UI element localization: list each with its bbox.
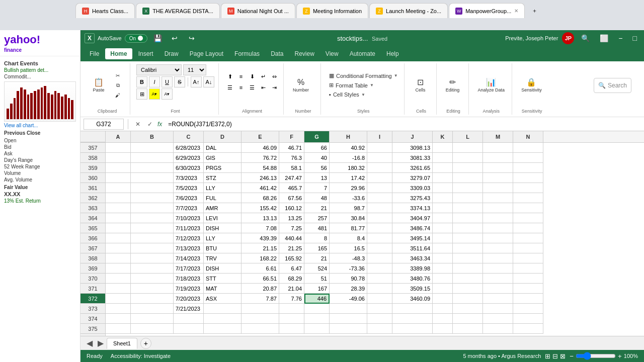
cell-m-359[interactable] bbox=[483, 163, 513, 173]
cell-c-362[interactable]: 7/6/2023 bbox=[174, 193, 204, 203]
cell-h-369[interactable]: -73.36 bbox=[330, 263, 367, 274]
cell-c-361[interactable]: 7/5/2023 bbox=[174, 183, 204, 193]
cell-c-373[interactable]: 7/21/2023 bbox=[174, 304, 204, 314]
cell-d-364[interactable]: LEVI bbox=[204, 213, 242, 223]
paste-button[interactable]: 📋 Paste bbox=[89, 76, 109, 95]
tab-meeting[interactable]: Z Meeting Information bbox=[296, 3, 368, 18]
cell-j-359[interactable]: 3261.65 bbox=[392, 163, 433, 173]
sensitivity-button[interactable]: 🔒 Sensitivity bbox=[518, 76, 545, 95]
autosave-toggle[interactable]: On bbox=[125, 34, 147, 43]
cell-l-374[interactable] bbox=[453, 314, 483, 324]
increase-font-button[interactable]: A↑ bbox=[191, 76, 202, 87]
cell-j-357[interactable]: 3098.13 bbox=[392, 143, 433, 153]
cell-n-368[interactable] bbox=[513, 253, 543, 263]
cell-h-370[interactable]: 90.78 bbox=[330, 274, 367, 284]
cell-c-357[interactable]: 6/28/2023 bbox=[174, 143, 204, 153]
confirm-formula-button[interactable]: ✓ bbox=[144, 119, 155, 130]
cell-c-370[interactable]: 7/18/2023 bbox=[174, 274, 204, 284]
cell-h-375[interactable] bbox=[330, 324, 367, 334]
cell-k-365[interactable] bbox=[433, 223, 453, 233]
cell-h-362[interactable]: -33.6 bbox=[330, 193, 367, 203]
editing-button[interactable]: ✏ Editing bbox=[443, 76, 463, 95]
cell-h-358[interactable]: -16.8 bbox=[330, 153, 367, 163]
cell-l-373[interactable] bbox=[453, 304, 483, 314]
cell-f-365[interactable]: 7.25 bbox=[279, 223, 304, 233]
cell-j-360[interactable]: 3279.07 bbox=[392, 173, 433, 183]
number-format-button[interactable]: % Number bbox=[290, 76, 312, 95]
cell-d-357[interactable]: DAL bbox=[204, 143, 242, 153]
cell-a-366[interactable] bbox=[106, 233, 131, 243]
cell-b-357[interactable] bbox=[131, 143, 174, 153]
cell-f-372[interactable]: 7.76 bbox=[279, 294, 304, 304]
cell-d-374[interactable] bbox=[204, 314, 242, 324]
cell-i-360[interactable] bbox=[367, 173, 392, 183]
cell-d-359[interactable]: PRGS bbox=[204, 163, 242, 173]
cell-k-361[interactable] bbox=[433, 183, 453, 193]
cell-g-365[interactable]: 481 bbox=[304, 223, 330, 233]
cell-a-374[interactable] bbox=[106, 314, 131, 324]
cell-c-367[interactable]: 7/13/2023 bbox=[174, 243, 204, 253]
view-all-charts-link[interactable]: View all chart... bbox=[4, 123, 76, 128]
cell-a-375[interactable] bbox=[106, 324, 131, 334]
cell-f-369[interactable]: 6.47 bbox=[279, 263, 304, 274]
cell-k-364[interactable] bbox=[433, 213, 453, 223]
cell-n-358[interactable] bbox=[513, 153, 543, 163]
cell-l-364[interactable] bbox=[453, 213, 483, 223]
cell-i-370[interactable] bbox=[367, 274, 392, 284]
cell-k-363[interactable] bbox=[433, 203, 453, 213]
cell-n-373[interactable] bbox=[513, 304, 543, 314]
cell-e-366[interactable]: 439.39 bbox=[242, 233, 279, 243]
cell-e-359[interactable]: 54.88 bbox=[242, 163, 279, 173]
cell-i-365[interactable] bbox=[367, 223, 392, 233]
font-color-button[interactable]: A▾ bbox=[162, 88, 173, 100]
cell-g-363[interactable]: 21 bbox=[304, 203, 330, 213]
zoom-out-button[interactable]: − bbox=[570, 352, 574, 360]
cell-k-357[interactable] bbox=[433, 143, 453, 153]
maximize-btn[interactable]: □ bbox=[630, 33, 640, 43]
cell-i-358[interactable] bbox=[367, 153, 392, 163]
cell-g-361[interactable]: 7 bbox=[304, 183, 330, 193]
cell-e-375[interactable] bbox=[242, 324, 279, 334]
cell-b-360[interactable] bbox=[131, 173, 174, 183]
cell-f-374[interactable] bbox=[279, 314, 304, 324]
cell-e-361[interactable]: 461.42 bbox=[242, 183, 279, 193]
wrap-text-button[interactable]: ↵ bbox=[258, 71, 268, 81]
cell-i-357[interactable] bbox=[367, 143, 392, 153]
cell-k-373[interactable] bbox=[433, 304, 453, 314]
cell-k-374[interactable] bbox=[433, 314, 453, 324]
cell-j-368[interactable]: 3463.34 bbox=[392, 253, 433, 263]
cell-m-374[interactable] bbox=[483, 314, 513, 324]
cell-l-372[interactable] bbox=[453, 294, 483, 304]
cell-n-364[interactable] bbox=[513, 213, 543, 223]
cell-n-374[interactable] bbox=[513, 314, 543, 324]
tab-insert[interactable]: Insert bbox=[133, 48, 158, 59]
tab-view[interactable]: View bbox=[320, 48, 344, 59]
cell-f-362[interactable]: 67.56 bbox=[279, 193, 304, 203]
cell-m-370[interactable] bbox=[483, 274, 513, 284]
cell-l-368[interactable] bbox=[453, 253, 483, 263]
cell-k-362[interactable] bbox=[433, 193, 453, 203]
align-center-button[interactable]: ≡ bbox=[236, 82, 246, 93]
cell-k-358[interactable] bbox=[433, 153, 453, 163]
cell-m-360[interactable] bbox=[483, 173, 513, 183]
cell-c-372[interactable]: 7/20/2023 bbox=[174, 294, 204, 304]
cell-a-365[interactable] bbox=[106, 223, 131, 233]
cell-j-358[interactable]: 3081.33 bbox=[392, 153, 433, 163]
tab-automate[interactable]: Automate bbox=[345, 48, 380, 59]
tab-launch[interactable]: Z Launch Meeting - Zo... bbox=[369, 3, 448, 18]
page-break-view-button[interactable]: ⊠ bbox=[560, 352, 566, 360]
cell-m-366[interactable] bbox=[483, 233, 513, 243]
cell-k-368[interactable] bbox=[433, 253, 453, 263]
cell-a-372[interactable] bbox=[106, 294, 131, 304]
border-button[interactable]: ⊞ bbox=[136, 88, 147, 100]
cell-a-359[interactable] bbox=[106, 163, 131, 173]
copy-button[interactable]: ⧉ bbox=[110, 81, 126, 90]
cell-b-359[interactable] bbox=[131, 163, 174, 173]
cell-j-375[interactable] bbox=[392, 324, 433, 334]
cell-d-361[interactable]: LLY bbox=[204, 183, 242, 193]
cell-a-373[interactable] bbox=[106, 304, 131, 314]
tab-formulas[interactable]: Formulas bbox=[229, 48, 265, 59]
cell-h-367[interactable]: 16.5 bbox=[330, 243, 367, 253]
cell-l-358[interactable] bbox=[453, 153, 483, 163]
cell-b-373[interactable] bbox=[131, 304, 174, 314]
